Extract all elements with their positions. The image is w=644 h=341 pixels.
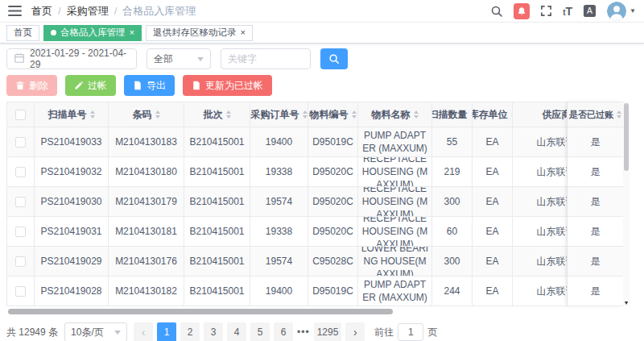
table-row: PS210419033 M2104130183 B210415001 19400… <box>7 127 623 157</box>
page-size-value: 10条/页 <box>71 326 104 339</box>
header-po[interactable]: 采购订单号 <box>250 102 308 127</box>
row-checkbox[interactable] <box>15 137 26 148</box>
navbar-actions: tT A ▼ <box>490 2 636 21</box>
row-checkbox[interactable] <box>15 167 26 177</box>
cell-item-name: LOWER BEARING HOUSE(MAXXUM) <box>358 247 432 276</box>
page-button-2[interactable]: 2 <box>180 322 200 341</box>
table-row: PS210419032 M2104130180 B210415001 19338… <box>7 157 623 187</box>
goto-page: 前往 页 <box>374 323 437 341</box>
header-batch[interactable]: 批次 <box>184 102 250 127</box>
tags-view-bar: 首页 合格品入库管理 × 退供封存区移动记录 × <box>0 23 644 44</box>
cell-item-no: D95020C <box>308 187 358 216</box>
page-button-6[interactable]: 6 <box>274 322 293 341</box>
header-qty[interactable]: 扫描数量 <box>432 102 473 127</box>
cell-unit: EA <box>473 187 513 216</box>
category-select[interactable]: 全部 <box>147 48 211 69</box>
language-icon[interactable]: A <box>583 4 597 18</box>
breadcrumb-home[interactable]: 首页 <box>31 4 52 19</box>
prev-page-button[interactable]: ‹ <box>134 322 153 341</box>
font-size-icon[interactable]: tT <box>563 6 572 17</box>
cell-posted: 是 <box>568 157 623 187</box>
cell-qty: 300 <box>432 247 473 276</box>
cell-barcode: M2104130180 <box>109 157 184 186</box>
row-checkbox[interactable] <box>15 197 26 207</box>
page-button-4[interactable]: 4 <box>227 322 246 341</box>
cell-batch: B210415001 <box>184 217 250 246</box>
row-checkbox[interactable] <box>15 256 26 267</box>
header-item-name[interactable]: 物料名称 <box>358 102 432 127</box>
cell-posted: 是 <box>568 127 623 157</box>
avatar[interactable] <box>607 2 626 21</box>
tab-label: 合格品入库管理 <box>60 27 126 39</box>
cell-unit: EA <box>473 277 513 306</box>
cell-posted: 是 <box>568 187 623 217</box>
hamburger-icon[interactable] <box>8 5 22 17</box>
cell-item-name: RECEPTACLE HOUSEING (MAXXUM) <box>358 157 432 186</box>
cell-unit: EA <box>473 217 513 246</box>
scroll-down-arrow-icon[interactable]: ▼ <box>623 300 630 306</box>
row-checkbox[interactable] <box>15 227 26 237</box>
sort-icon <box>414 110 419 119</box>
cell-po: 19400 <box>250 277 308 306</box>
more-pages-icon[interactable]: ••• <box>297 326 310 338</box>
sort-icon <box>155 110 160 119</box>
close-icon[interactable]: × <box>240 28 245 37</box>
horizontal-scrollbar-thumb[interactable] <box>8 309 393 314</box>
notification-badge-icon[interactable] <box>514 3 530 19</box>
post-button[interactable]: 过帐 <box>65 75 116 96</box>
cell-item-name: RECEPTACLE HOUSEING (MAXXUM) <box>358 187 432 216</box>
tab-home[interactable]: 首页 <box>6 25 39 41</box>
page-button-1[interactable]: 1 <box>157 322 176 341</box>
select-all-checkbox[interactable] <box>15 110 26 120</box>
vertical-scrollbar-thumb[interactable] <box>624 103 629 171</box>
table-row: PS210419031 M2104130181 B210415001 19338… <box>7 217 623 247</box>
tab-return-seal-records[interactable]: 退供封存区移动记录 × <box>146 25 253 41</box>
main-content: 2021-01-29 - 2021-04-29 全部 删除 过帐 导出 更新为已… <box>0 44 644 341</box>
header-posted[interactable]: 是否已过账 <box>568 102 623 127</box>
table-header-row: 扫描单号 条码 批次 采购订单号 物料编号 物料名称 扫描数量 库存单位 供应商 <box>7 102 623 127</box>
vertical-scrollbar[interactable]: ▼ <box>623 102 630 306</box>
svg-text:A: A <box>587 6 592 15</box>
goto-label: 前往 <box>374 326 394 339</box>
page-size-select[interactable]: 10条/页 <box>64 322 127 341</box>
sort-icon <box>90 110 95 119</box>
next-page-button[interactable]: › <box>345 322 365 341</box>
chevron-down-icon <box>197 57 204 61</box>
row-checkbox[interactable] <box>15 286 26 297</box>
header-checkbox-cell <box>7 102 35 127</box>
horizontal-scrollbar[interactable] <box>6 309 630 315</box>
search-icon[interactable] <box>490 5 503 18</box>
header-scan-no[interactable]: 扫描单号 <box>35 102 109 127</box>
cell-item-name: RECEPTACLE HOUSEING (MAXXUM) <box>358 217 432 246</box>
close-icon[interactable]: × <box>130 28 134 37</box>
delete-button[interactable]: 删除 <box>6 75 57 96</box>
edit-icon <box>74 81 84 90</box>
page-button-5[interactable]: 5 <box>250 322 270 341</box>
cell-unit: EA <box>473 157 513 186</box>
keyword-input[interactable] <box>228 53 303 64</box>
cell-qty: 60 <box>432 217 473 246</box>
page-button-3[interactable]: 3 <box>204 322 223 341</box>
cell-posted: 是 <box>568 277 623 306</box>
cell-scan-no: PS210419032 <box>35 157 109 186</box>
goto-page-input[interactable] <box>398 323 423 341</box>
update-posted-button[interactable]: 更新为已过帐 <box>183 75 272 96</box>
header-barcode[interactable]: 条码 <box>109 102 184 127</box>
header-unit[interactable]: 库存单位 <box>473 102 513 127</box>
search-button[interactable] <box>320 48 348 69</box>
tab-qualified-inbound[interactable]: 合格品入库管理 × <box>43 25 142 41</box>
breadcrumb: 首页 / 采购管理 / 合格品入库管理 <box>31 4 196 19</box>
calendar-icon <box>14 52 25 66</box>
cell-unit: EA <box>473 127 513 156</box>
breadcrumb-purchase[interactable]: 采购管理 <box>67 4 109 19</box>
user-menu[interactable]: ▼ <box>607 2 636 21</box>
header-item-no[interactable]: 物料编号 <box>308 102 358 127</box>
page-button-last[interactable]: 1295 <box>314 322 342 341</box>
caret-down-icon[interactable]: ▼ <box>630 7 636 15</box>
cell-barcode: M2104130179 <box>109 187 184 216</box>
fullscreen-icon[interactable] <box>540 5 552 17</box>
cell-item-no: C95028C <box>308 247 358 276</box>
cell-batch: B210415001 <box>184 157 250 186</box>
export-button[interactable]: 导出 <box>124 75 175 96</box>
date-range-picker[interactable]: 2021-01-29 - 2021-04-29 <box>6 48 137 69</box>
